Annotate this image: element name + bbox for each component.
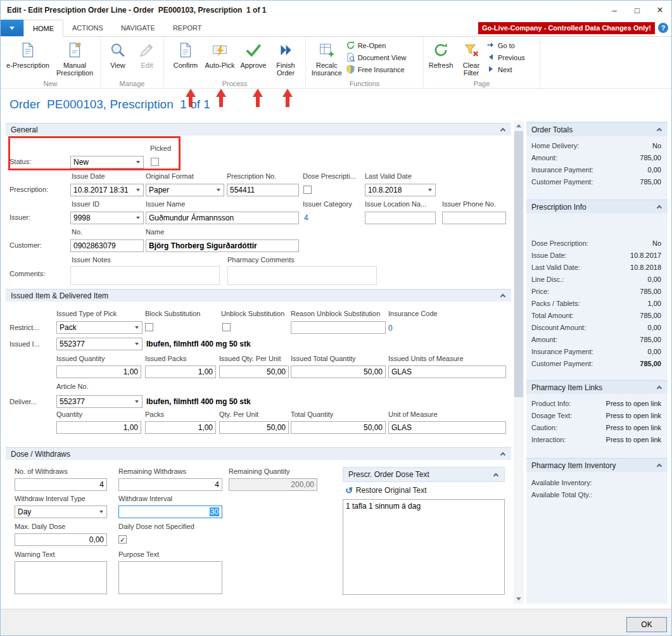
insurance-code-link[interactable]: 0 <box>388 324 393 333</box>
product-info-link[interactable]: Press to open link <box>606 398 661 409</box>
withdraw-interval-field[interactable]: 30 <box>118 506 222 518</box>
scroll-up-button[interactable] <box>514 121 524 130</box>
help-button[interactable]: ? <box>658 23 668 33</box>
total-quantity-field[interactable]: 50,00 <box>291 421 386 434</box>
remaining-withdraws-field[interactable]: 4 <box>118 478 222 491</box>
delivered-item-no-combo[interactable]: 552377 <box>56 395 143 408</box>
dropdown-icon[interactable] <box>97 507 106 517</box>
prescription-info-header[interactable]: Prescription Info <box>526 200 668 213</box>
issuer-name-field[interactable]: Guðmundur Ármannsson <box>146 212 299 224</box>
confirm-button[interactable]: Confirm <box>169 38 202 69</box>
packs-field[interactable]: 1,00 <box>145 421 216 434</box>
block-substitution-checkbox[interactable] <box>145 323 153 331</box>
pharmacy-item-links-header[interactable]: Pharmacy Item Links <box>526 380 668 394</box>
maximize-button[interactable]: □ <box>626 1 649 20</box>
dropdown-icon[interactable] <box>214 185 223 195</box>
row-value[interactable]: No <box>652 140 661 151</box>
max-daily-dose-field[interactable]: 0,00 <box>15 533 107 546</box>
edit-button[interactable]: Edit <box>133 38 161 69</box>
quantity-field[interactable]: 1,00 <box>56 421 141 434</box>
interaction-link[interactable]: Press to open link <box>606 434 661 445</box>
go-to-button[interactable]: Go to <box>486 41 537 51</box>
issued-quantity-field[interactable]: 1,00 <box>56 366 141 378</box>
issuer-category-link[interactable]: 4 <box>304 213 308 222</box>
tab-navigate[interactable]: NAVIGATE <box>112 20 164 36</box>
customer-no-field[interactable]: 0902863079 <box>70 239 144 252</box>
view-button[interactable]: View <box>103 38 133 69</box>
no-of-withdraws-field[interactable]: 4 <box>15 478 107 491</box>
dropdown-icon[interactable] <box>132 322 141 333</box>
collapse-icon[interactable] <box>500 452 505 457</box>
dose-text-panel-header[interactable]: Prescr. Order Dose Text <box>343 467 505 482</box>
issue-location-field[interactable] <box>365 212 436 224</box>
dropdown-icon[interactable] <box>134 213 143 223</box>
re-open-button[interactable]: Re-Open <box>346 41 421 51</box>
order-totals-header[interactable]: Order Totals <box>526 122 668 136</box>
unblock-substitution-checkbox[interactable] <box>222 323 231 331</box>
restore-original-text-link[interactable]: ↺ Restore Original Text <box>345 485 427 495</box>
main-scrollbar[interactable] <box>514 121 524 604</box>
dropdown-icon[interactable] <box>134 185 143 195</box>
collapse-icon[interactable] <box>657 205 662 210</box>
recalc-insurance-button[interactable]: Recalc Insurance <box>308 38 346 77</box>
clear-filter-button[interactable]: Clear Filter <box>456 38 486 77</box>
collapse-icon[interactable] <box>500 128 505 133</box>
tab-report[interactable]: REPORT <box>164 20 211 36</box>
issued-item-no-combo[interactable]: 552377 <box>56 338 143 350</box>
row-value[interactable]: 0,00 <box>648 274 661 285</box>
document-view-button[interactable]: Document View <box>346 53 421 63</box>
issued-qty-per-unit-field[interactable]: 50,00 <box>219 366 289 378</box>
app-menu-button[interactable] <box>1 20 23 36</box>
dropdown-icon[interactable] <box>132 397 141 407</box>
close-button[interactable]: × <box>649 1 671 20</box>
manual-prescription-button[interactable]: Manual Prescription <box>53 38 96 77</box>
minimize-button[interactable]: – <box>603 1 626 20</box>
issued-uom-field[interactable]: GLAS <box>388 366 506 378</box>
collapse-icon[interactable] <box>493 473 498 478</box>
next-button[interactable]: Next <box>486 65 537 75</box>
type-of-pick-combo[interactable]: Pack <box>56 321 143 334</box>
warning-text-box[interactable] <box>15 561 107 594</box>
original-format-combo[interactable]: Paper <box>146 184 224 196</box>
free-insurance-button[interactable]: Free Insurance <box>346 65 421 75</box>
issued-packs-field[interactable]: 1,00 <box>145 366 216 378</box>
previous-button[interactable]: Previous <box>486 53 537 63</box>
issued-item-header[interactable]: Issued Item & Delivered Item <box>6 289 511 302</box>
tab-actions[interactable]: ACTIONS <box>63 20 112 36</box>
issuer-notes-field[interactable] <box>70 266 220 285</box>
row-value[interactable]: 0,00 <box>648 346 661 357</box>
dose-prescription-checkbox[interactable] <box>303 186 312 194</box>
row-value[interactable]: 0,00 <box>648 164 661 175</box>
dropdown-icon[interactable] <box>426 185 434 195</box>
issue-date-combo[interactable]: 10.8.2017 18:31 <box>70 184 144 196</box>
tab-home[interactable]: HOME <box>23 20 63 37</box>
last-valid-date-combo[interactable]: 10.8.2018 <box>365 184 436 196</box>
reason-unblock-field[interactable] <box>291 321 386 334</box>
scrollbar-thumb[interactable] <box>514 131 523 397</box>
refresh-button[interactable]: Refresh <box>426 38 456 69</box>
issuer-phone-field[interactable] <box>442 212 506 224</box>
general-header[interactable]: General <box>6 123 511 136</box>
dropdown-icon[interactable] <box>132 339 141 349</box>
caution-link[interactable]: Press to open link <box>606 422 661 433</box>
collapse-icon[interactable] <box>657 464 662 469</box>
dosage-text-link[interactable]: Press to open link <box>606 410 661 421</box>
scroll-down-button[interactable] <box>514 594 524 604</box>
pharmacy-item-inventory-header[interactable]: Pharmacy Item Inventory <box>526 458 668 472</box>
uom-field[interactable]: GLAS <box>388 421 506 434</box>
customer-name-field[interactable]: Björg Thorberg Sigurðardóttir <box>146 239 299 252</box>
e-prescription-button[interactable]: e-Prescription <box>3 38 53 69</box>
issued-total-quantity-field[interactable]: 50,00 <box>291 366 386 378</box>
collapse-icon[interactable] <box>500 294 505 299</box>
issuer-id-combo[interactable]: 9998 <box>70 212 144 224</box>
pharmacy-comments-field[interactable] <box>227 266 377 285</box>
prescription-no-field[interactable]: 554411 <box>227 184 299 196</box>
dose-withdraws-header[interactable]: Dose / Withdraws <box>6 447 511 460</box>
ok-button[interactable]: OK <box>626 617 667 632</box>
collapse-icon[interactable] <box>657 386 662 391</box>
auto-pick-button[interactable]: Auto-Pick <box>202 38 238 69</box>
finish-order-button[interactable]: Finish Order <box>269 38 302 77</box>
purpose-text-box[interactable] <box>118 561 222 594</box>
approve-button[interactable]: Approve <box>238 38 269 69</box>
dose-text-area[interactable]: 1 tafla 1 sinnum á dag <box>343 499 505 595</box>
